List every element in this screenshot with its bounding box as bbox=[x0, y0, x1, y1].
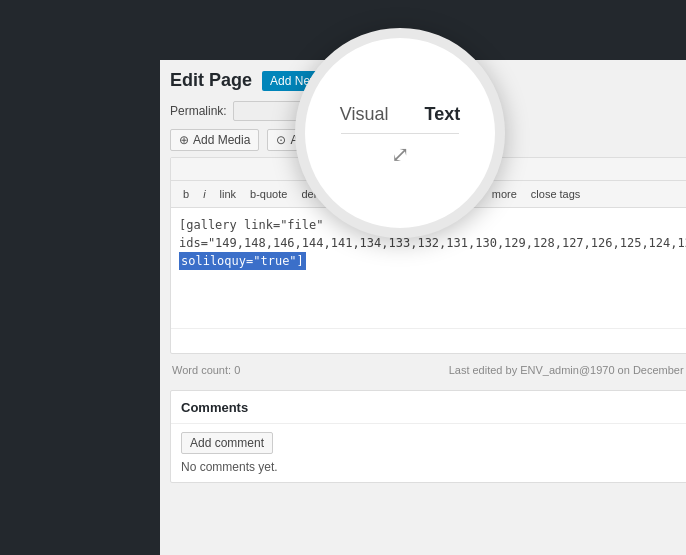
comments-body: Add comment No comments yet. bbox=[171, 424, 686, 482]
add-slider-label: Add Slider bbox=[290, 133, 345, 147]
toolbar-close-tags[interactable]: close tags bbox=[525, 185, 587, 203]
content-area: Edit Page Add New Permalink: Edit ⊕ Add … bbox=[160, 60, 686, 493]
toolbar-ins[interactable]: ins bbox=[324, 185, 350, 203]
editor-box: Visual Text b i link b-quote del ins img… bbox=[170, 157, 686, 354]
tab-visual[interactable]: Visual bbox=[675, 158, 686, 180]
permalink-row: Permalink: Edit bbox=[170, 101, 686, 121]
page-title-row: Edit Page Add New bbox=[170, 70, 686, 91]
comments-header: Comments ▲ bbox=[171, 391, 686, 424]
toolbar-more[interactable]: more bbox=[486, 185, 523, 203]
code-highlight-text: soliloquy="true"] bbox=[179, 252, 306, 270]
toolbar-row: b i link b-quote del ins img ul ol li co… bbox=[171, 181, 686, 208]
permalink-url bbox=[233, 101, 433, 121]
code-area[interactable]: [gallery link="file" ids="149,148,146,14… bbox=[171, 208, 686, 328]
toolbar-img[interactable]: img bbox=[352, 185, 382, 203]
toolbar-ol[interactable]: ol bbox=[406, 185, 427, 203]
add-media-button[interactable]: ⊕ Add Media bbox=[170, 129, 259, 151]
comments-box: Comments ▲ Add comment No comments yet. bbox=[170, 390, 686, 483]
permalink-label: Permalink: bbox=[170, 104, 227, 118]
page-title: Edit Page bbox=[170, 70, 252, 91]
add-media-label: Add Media bbox=[193, 133, 250, 147]
word-count-right: Last edited by ENV_admin@1970 on Decembe… bbox=[449, 364, 686, 376]
code-line-2: ids="149,148,146,144,141,134,133,132,131… bbox=[179, 234, 686, 252]
add-media-icon: ⊕ bbox=[179, 133, 189, 147]
media-buttons-row: ⊕ Add Media ⊙ Add Slider bbox=[170, 129, 686, 151]
toolbar-code[interactable]: code bbox=[448, 185, 484, 203]
sidebar bbox=[0, 28, 160, 555]
toolbar-ul[interactable]: ul bbox=[384, 185, 405, 203]
toolbar-link[interactable]: link bbox=[214, 185, 243, 203]
toolbar-bold[interactable]: b bbox=[177, 185, 195, 203]
top-bar: Screen Options ▾ Help ▾ bbox=[160, 28, 686, 60]
word-count-left: Word count: 0 bbox=[172, 364, 240, 376]
add-slider-button[interactable]: ⊙ Add Slider bbox=[267, 129, 354, 151]
comments-title: Comments bbox=[181, 400, 248, 415]
editor-section: Edit Page Add New Permalink: Edit ⊕ Add … bbox=[170, 70, 686, 483]
toolbar-li[interactable]: li bbox=[429, 185, 446, 203]
code-highlight-line: soliloquy="true"] bbox=[179, 252, 686, 270]
editor-tabs: Visual Text bbox=[171, 158, 686, 181]
toolbar-italic[interactable]: i bbox=[197, 185, 211, 203]
expand-btn-row: ⤢ bbox=[171, 328, 686, 353]
word-count-row: Word count: 0 Last edited by ENV_admin@1… bbox=[170, 358, 686, 382]
add-new-button[interactable]: Add New bbox=[262, 71, 327, 91]
toolbar-bquote[interactable]: b-quote bbox=[244, 185, 293, 203]
code-line-1: [gallery link="file" bbox=[179, 216, 686, 234]
add-slider-icon: ⊙ bbox=[276, 133, 286, 147]
permalink-edit-button[interactable]: Edit bbox=[439, 103, 472, 119]
add-comment-button[interactable]: Add comment bbox=[181, 432, 273, 454]
no-comments-text: No comments yet. bbox=[181, 460, 686, 474]
main-content: Screen Options ▾ Help ▾ Edit Page Add Ne… bbox=[160, 28, 686, 555]
toolbar-del[interactable]: del bbox=[295, 185, 322, 203]
